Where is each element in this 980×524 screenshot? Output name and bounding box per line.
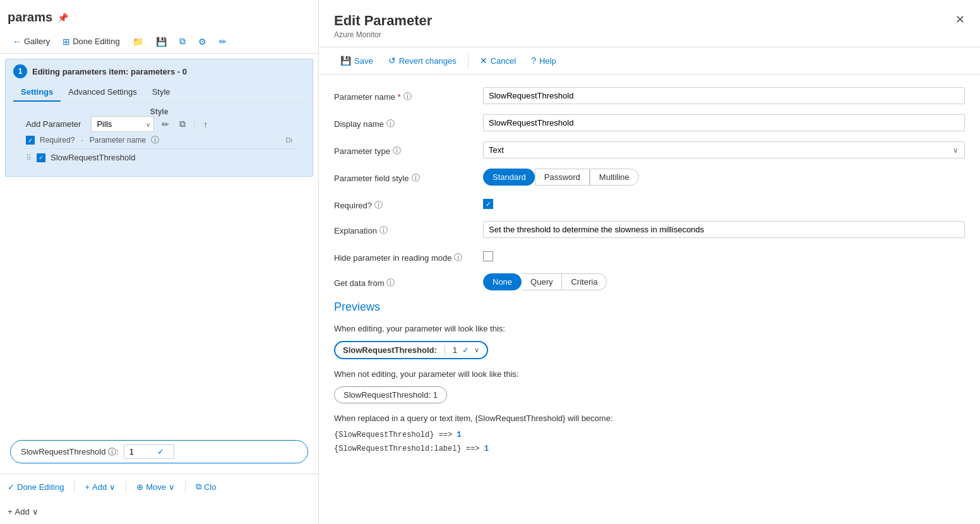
tab-settings[interactable]: Settings — [13, 83, 61, 102]
save-disk-icon: 💾 — [340, 56, 351, 66]
right-panel: ✕ Edit Parameter Azure Monitor 💾 Save ↺ … — [319, 0, 980, 524]
field-style-info[interactable]: ⓘ — [412, 172, 420, 184]
field-style-standard[interactable]: Standard — [483, 169, 535, 186]
tab-style[interactable]: Style — [145, 83, 178, 102]
edit-icon-btn[interactable]: ✏ — [159, 117, 172, 132]
folder-icon: 📁 — [133, 37, 143, 47]
plus-icon-main: + — [8, 507, 13, 516]
param-type-info[interactable]: ⓘ — [393, 145, 401, 157]
tab-advanced-settings[interactable]: Advanced Settings — [61, 83, 144, 102]
panel-save-button[interactable]: 💾 Save — [334, 52, 379, 69]
done-editing-label: Done Editing — [73, 37, 119, 46]
help-icon: ? — [531, 56, 536, 66]
panel-title: Edit Parameter — [334, 13, 965, 29]
params-header: params 📌 — [0, 0, 318, 30]
panel-help-button[interactable]: ? Help — [525, 52, 563, 69]
explanation-input[interactable] — [483, 221, 965, 238]
add-section: + Add ∨ — [0, 499, 318, 524]
code-val-1: 1 — [457, 431, 461, 439]
done-editing-button[interactable]: ⊞ Done Editing — [57, 34, 124, 49]
pin-icon[interactable]: 📌 — [57, 13, 68, 23]
gallery-button[interactable]: ← Gallery — [8, 34, 55, 49]
get-data-none[interactable]: None — [483, 273, 522, 290]
param-type-select[interactable]: Text Integer Date/Time Range Resource Su… — [483, 141, 965, 158]
code-section: {SlowRequestThreshold} ==> 1 {SlowReques… — [334, 431, 965, 453]
add-main-label: Add — [15, 507, 30, 516]
required-star: * — [398, 92, 401, 102]
panel-help-label: Help — [539, 56, 556, 66]
style-select[interactable]: Pills Tabs Links Dropdown — [91, 116, 154, 132]
editing-pill-value: 1 — [453, 345, 457, 355]
left-panel: params 📌 ← Gallery ⊞ Done Editing 📁 💾 ⧉ … — [0, 0, 319, 524]
required-label: Required? ⓘ — [334, 196, 473, 211]
bottom-clone-button[interactable]: ⧉ Clo — [196, 479, 217, 494]
preview-value-input[interactable] — [129, 447, 155, 456]
explanation-row: Explanation ⓘ — [334, 221, 965, 238]
add-parameter-button[interactable]: Add Parameter — [21, 117, 86, 131]
required-checkbox-wrapper: ✓ — [483, 196, 493, 209]
param-type-row: Parameter type ⓘ Text Integer Date/Time … — [334, 141, 965, 158]
copy-icon-btn[interactable]: ⧉ — [177, 116, 188, 132]
hide-param-checkbox[interactable] — [483, 251, 493, 261]
not-editing-preview-pill: SlowRequestThreshold: 1 — [334, 386, 447, 403]
pencil-icon: ✏ — [219, 37, 227, 47]
bottom-preview-label: SlowRequestThreshold ⓘ: — [21, 446, 119, 458]
bottom-preview-container: SlowRequestThreshold ⓘ: ✓ — [5, 435, 313, 468]
get-data-info[interactable]: ⓘ — [386, 277, 395, 289]
get-data-query[interactable]: Query — [522, 273, 562, 290]
field-style-password[interactable]: Password — [535, 169, 590, 186]
bottom-move-button[interactable]: ⊕ Move ∨ — [136, 480, 175, 494]
param-name-info-icon[interactable]: ⓘ — [151, 134, 159, 146]
bottom-add-button[interactable]: + Add ∨ — [85, 480, 116, 494]
preview-checkmark-icon: ✓ — [157, 447, 164, 456]
save-icon: 💾 — [156, 37, 167, 47]
panel-cancel-label: Cancel — [491, 56, 516, 66]
panel-revert-button[interactable]: ↺ Revert changes — [382, 52, 463, 69]
required-checkbox[interactable]: ✓ — [483, 199, 493, 209]
param-name-input[interactable] — [483, 87, 965, 104]
required-header: Required? — [40, 136, 75, 145]
field-style-multiline[interactable]: Multiline — [590, 169, 639, 186]
preview-input-wrapper: ✓ — [124, 444, 174, 459]
move-icon: ⊕ — [136, 482, 143, 492]
header-checkbox[interactable]: ✓ — [26, 136, 35, 145]
code-line-2: {SlowRequestThreshold:label} ==> 1 — [334, 444, 965, 453]
display-name-input[interactable] — [483, 114, 965, 131]
toolbar-divider-2 — [126, 480, 126, 493]
move-up-icon-btn[interactable]: ↑ — [201, 117, 210, 132]
hide-param-info[interactable]: ⓘ — [454, 252, 462, 263]
explanation-info[interactable]: ⓘ — [379, 225, 388, 236]
panel-save-label: Save — [354, 56, 373, 66]
add-main-arrow: ∨ — [32, 507, 39, 516]
toolbar: ← Gallery ⊞ Done Editing 📁 💾 ⧉ ⚙ ✏ — [0, 30, 318, 54]
code-val-2: 1 — [484, 444, 489, 453]
code-var-2: {SlowRequestThreshold:label} ==> — [334, 444, 484, 453]
display-name-info[interactable]: ⓘ — [386, 118, 395, 129]
settings-button[interactable]: ⚙ — [193, 34, 212, 49]
edit-button[interactable]: ✏ — [214, 34, 232, 49]
drag-handle-icon[interactable]: ⠿ — [26, 153, 32, 162]
required-info[interactable]: ⓘ — [374, 199, 383, 211]
copy-icon: ⧉ — [179, 36, 186, 47]
editing-preview-text: When editing, your parameter will look l… — [334, 324, 965, 333]
hide-param-row: Hide parameter in reading mode ⓘ — [334, 248, 965, 263]
close-button[interactable]: ✕ — [950, 10, 970, 29]
save-button[interactable]: 💾 — [151, 34, 172, 49]
previews-section: Previews When editing, your parameter wi… — [334, 301, 965, 453]
get-data-criteria[interactable]: Criteria — [562, 273, 607, 290]
panel-cancel-button[interactable]: ✕ Cancel — [474, 52, 522, 69]
bottom-done-editing-button[interactable]: ✓ Done Editing — [8, 480, 64, 494]
folder-button[interactable]: 📁 — [128, 34, 148, 49]
hide-param-label: Hide parameter in reading mode ⓘ — [334, 248, 473, 263]
copy-button[interactable]: ⧉ — [174, 33, 191, 49]
get-data-group: None Query Criteria — [483, 273, 965, 290]
panel-toolbar: 💾 Save ↺ Revert changes ✕ Cancel ? Help — [319, 47, 980, 74]
param-name-field-info[interactable]: ⓘ — [403, 91, 412, 102]
bottom-toolbar: ✓ Done Editing + Add ∨ ⊕ Move ∨ ⧉ Clo — [0, 473, 318, 499]
bottom-add-label: Add — [92, 482, 107, 492]
param-checkbox[interactable]: ✓ — [37, 153, 45, 162]
add-arrow-icon: ∨ — [109, 482, 116, 492]
add-main-button[interactable]: + Add ∨ — [8, 507, 39, 516]
back-arrow-icon: ← — [13, 37, 21, 47]
panel-revert-label: Revert changes — [399, 56, 457, 66]
